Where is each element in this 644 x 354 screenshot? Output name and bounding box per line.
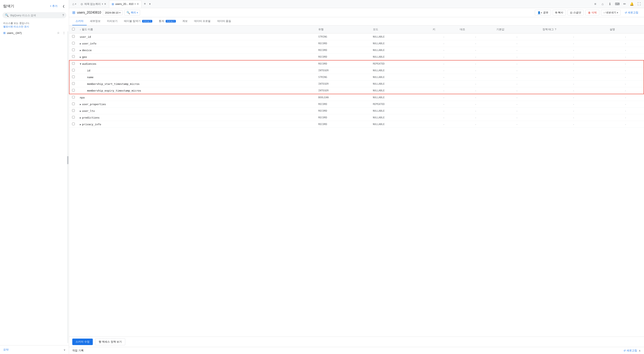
row-checkbox[interactable] (72, 69, 75, 72)
row-checkbox[interactable] (72, 102, 75, 105)
expand-icon[interactable]: ▶ (80, 123, 81, 126)
filter-starred-link[interactable]: 별표시된 리소스만 표시 (3, 25, 29, 28)
row-checkbox[interactable] (72, 109, 75, 112)
schema-edit-button[interactable]: 스키마 수정 (72, 338, 93, 345)
copy-button[interactable]: ⧉ 복사 (553, 10, 566, 16)
row-checkbox[interactable] (72, 55, 75, 58)
help-icon[interactable]: ? (62, 14, 64, 17)
tab-table-explore[interactable]: 테이블 탐색기 미리보기 (121, 17, 156, 25)
export-button[interactable]: ↑ 내보내기 ▾ (601, 10, 621, 16)
field-key-cell: - (430, 54, 457, 60)
field-type-cell: RECORD (316, 54, 370, 60)
field-compare-cell: - (458, 60, 494, 67)
expand-icon[interactable]: ▶ (80, 110, 81, 112)
tab-detail[interactable]: 세부정보 (87, 17, 104, 25)
new-tab-button[interactable]: + (142, 1, 148, 7)
bottom-bar: 스키마 수정 행 액세스 정책 보기 (69, 336, 644, 347)
select-all-checkbox[interactable] (72, 28, 75, 30)
row-checkbox[interactable] (72, 89, 75, 92)
list-icon[interactable]: ≡ (592, 1, 598, 7)
field-mode-cell: NULLABLE (370, 40, 430, 47)
info-icon[interactable]: ℹ (607, 1, 613, 7)
tab-close-users[interactable]: × (137, 2, 139, 6)
home-dropdown-icon[interactable]: ▾ (75, 3, 76, 5)
job-chevron-button[interactable]: ∧ (639, 349, 641, 352)
home-nav-icon[interactable]: ⌂ (599, 1, 606, 7)
sidebar-scrollbar-thumb[interactable] (67, 156, 68, 164)
add-resource-button[interactable]: + 추가 (48, 4, 59, 9)
date-selector-button[interactable]: 2024-08-10 ▾ (103, 10, 123, 15)
query-button[interactable]: 🔍 쿼리 ▾ (124, 10, 140, 16)
field-mode-cell: REPEATED (370, 101, 430, 108)
field-default-cell: - (494, 54, 540, 60)
job-record-title: 작업 기록 (72, 349, 84, 352)
sidebar-collapse-button[interactable]: ❮ (61, 3, 66, 9)
row-checkbox[interactable] (72, 76, 75, 78)
field-policy-cell: - (540, 74, 607, 80)
tab-data-quality[interactable]: 데이터 품질 (214, 17, 234, 25)
tab-close-untitled[interactable]: × (104, 2, 106, 6)
expand-icon[interactable]: ▼ (80, 62, 81, 65)
expand-icon[interactable]: ▶ (80, 116, 81, 119)
tab-schema[interactable]: 스키마 (72, 17, 87, 25)
field-key-cell: - (430, 74, 457, 80)
expand-icon[interactable]: ▶ (80, 49, 81, 52)
field-type-cell: RECORD (316, 108, 370, 114)
tab-home[interactable]: ⌂ ▾ (71, 2, 78, 6)
more-options-button[interactable]: ⋮ (62, 30, 66, 35)
field-compare-cell: - (458, 67, 494, 74)
keyboard-icon[interactable]: ⌨ (614, 1, 620, 7)
fullscreen-icon[interactable]: ⛶ (636, 1, 642, 7)
field-key-cell: - (430, 40, 457, 47)
tab-dropdown-icon2[interactable]: ▾ (134, 3, 136, 5)
delete-icon: 🗑 (588, 11, 590, 14)
tab-data-profile[interactable]: 데이터 프로필 (191, 17, 214, 25)
table-row: idINTEGERNULLABLE----- (69, 67, 644, 74)
header-field-name[interactable]: ↕ 필드 이름 (77, 26, 316, 34)
row-checkbox[interactable] (72, 122, 75, 125)
resource-item-users[interactable]: ⊞ users_ (347) ☆ ⋮ (0, 29, 69, 36)
tab-stats[interactable]: 통계 미리보기 (156, 17, 179, 25)
row-checkbox[interactable] (72, 42, 75, 44)
row-checkbox[interactable] (72, 116, 75, 118)
row-access-button[interactable]: 행 액세스 정책 보기 (95, 338, 126, 345)
refresh-button[interactable]: ↺ 새로고침 (622, 10, 641, 15)
policy-help-icon[interactable]: ? (555, 28, 556, 31)
field-mode-cell: NULLABLE (370, 54, 430, 60)
snapshot-button[interactable]: ⊡ 스냅샷 (568, 10, 584, 16)
sidebar-header-actions: + 추가 ❮ (48, 3, 66, 9)
row-checkbox[interactable] (72, 96, 75, 98)
notification-icon[interactable]: 🔔 (628, 1, 635, 7)
sidebar-title: 탐색기 (3, 4, 14, 8)
job-refresh-button[interactable]: ↺ 새로고침 (624, 349, 637, 352)
table-row: ▶user_ltvRECORDNULLABLE----- (69, 108, 644, 114)
row-checkbox[interactable] (72, 35, 75, 38)
search-input[interactable] (10, 14, 61, 17)
star-button[interactable]: ☆ (56, 30, 61, 35)
toolbar-title: ⊞ users_20240810 (72, 10, 101, 15)
tab-untitled-query[interactable]: ⊙ 제목 없는쿼리 ▾ × (78, 0, 108, 8)
expand-icon[interactable]: ▶ (80, 56, 81, 58)
row-checkbox[interactable] (72, 48, 75, 51)
field-name-cell: ▼audiences (77, 60, 316, 67)
edit-icon[interactable]: ✏ (621, 1, 628, 7)
delete-button[interactable]: 🗑 삭제 (585, 10, 599, 16)
expand-icon[interactable]: ▶ (80, 42, 81, 45)
table-tab-icon: ⊞ (112, 2, 114, 6)
row-checkbox[interactable] (72, 62, 75, 65)
tab-lineage[interactable]: 계보 (179, 17, 191, 25)
field-description-cell: - (607, 67, 644, 74)
more-tabs-button[interactable]: ▾ (148, 2, 152, 6)
tab-preview[interactable]: 미리보기 (104, 17, 121, 25)
field-key-cell: - (430, 87, 457, 94)
stats-badge: 미리보기 (166, 20, 176, 22)
sidebar-summary-button[interactable]: 요약 ∨ (0, 346, 69, 354)
expand-icon[interactable]: ▶ (80, 103, 81, 106)
tab-dropdown-icon[interactable]: ▾ (102, 3, 103, 5)
field-type-cell: RECORD (316, 47, 370, 54)
tab-users-table[interactable]: ⊞ users_20... 810 ▾ × (109, 0, 142, 8)
row-checkbox[interactable] (72, 82, 75, 85)
share-button[interactable]: 👤+ 공유 (535, 10, 551, 16)
field-default-cell: - (494, 47, 540, 54)
field-default-cell: - (494, 60, 540, 67)
